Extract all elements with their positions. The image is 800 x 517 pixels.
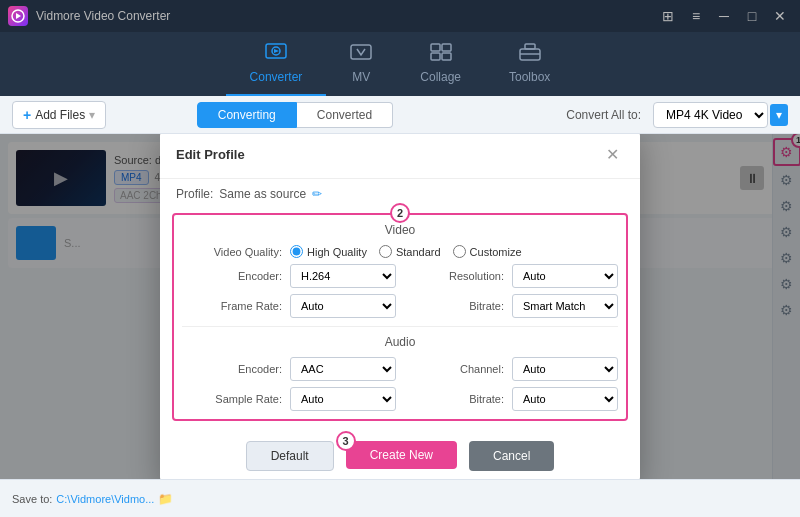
audio-encoder-label: Encoder: xyxy=(182,363,282,375)
quality-standard-text: Standard xyxy=(396,246,441,258)
add-files-label: Add Files xyxy=(35,108,85,122)
app-logo xyxy=(8,6,28,26)
default-btn[interactable]: Default xyxy=(246,441,334,471)
close-btn[interactable]: ✕ xyxy=(768,6,792,26)
video-bitrate-label: Bitrate: xyxy=(404,300,504,312)
modal-content-box: Video Video Quality: High Quality Stand xyxy=(172,213,628,421)
svg-marker-4 xyxy=(274,49,279,53)
encoder-label: Encoder: xyxy=(182,270,282,282)
modal-footer: Default 3 Create New Cancel xyxy=(160,433,640,479)
change-path-btn[interactable]: 📁 xyxy=(158,492,173,506)
grid-icon-btn[interactable]: ⊞ xyxy=(656,6,680,26)
svg-marker-1 xyxy=(16,13,21,19)
profile-value: Same as source xyxy=(219,187,306,201)
resolution-label: Resolution: xyxy=(404,270,504,282)
app-title: Vidmore Video Converter xyxy=(36,9,656,23)
frame-rate-select[interactable]: Auto xyxy=(290,294,396,318)
encoder-select[interactable]: H.264 xyxy=(290,264,396,288)
quality-radio-group: High Quality Standard Customize xyxy=(290,245,618,258)
plus-icon: + xyxy=(23,107,31,123)
cancel-btn[interactable]: Cancel xyxy=(469,441,554,471)
audio-form-grid: Encoder: AAC Channel: Auto Sample Rate: … xyxy=(182,357,618,411)
add-files-button[interactable]: + Add Files ▾ xyxy=(12,101,106,129)
minimize-btn[interactable]: ─ xyxy=(712,6,736,26)
convert-all-label: Convert All to: xyxy=(566,108,641,122)
video-quality-label: Video Quality: xyxy=(182,246,282,258)
nav-mv-label: MV xyxy=(352,70,370,84)
quality-standard-label[interactable]: Standard xyxy=(379,245,441,258)
step-2-badge: 2 xyxy=(390,203,410,223)
nav-collage-label: Collage xyxy=(420,70,461,84)
toolbox-icon xyxy=(519,43,541,66)
svg-rect-6 xyxy=(431,44,440,51)
content-box-wrap: 2 Video Video Quality: High Quality xyxy=(160,213,640,421)
main-area: ▶ Source: day in m...ds ●.mp4 ℹ MP4 406×… xyxy=(0,134,800,479)
quality-high-radio[interactable] xyxy=(290,245,303,258)
tab-converting[interactable]: Converting xyxy=(197,102,297,128)
quality-high-text: High Quality xyxy=(307,246,367,258)
create-new-wrapper: 3 Create New xyxy=(346,441,457,471)
svg-rect-8 xyxy=(431,53,440,60)
collage-icon xyxy=(430,43,452,66)
step-3-badge: 3 xyxy=(336,431,356,451)
video-bitrate-select[interactable]: Smart Match xyxy=(512,294,618,318)
save-path: C:\Vidmore\Vidmo... xyxy=(56,493,154,505)
mv-icon xyxy=(350,43,372,66)
channel-label: Channel: xyxy=(404,363,504,375)
quality-customize-radio[interactable] xyxy=(453,245,466,258)
create-new-btn[interactable]: Create New xyxy=(346,441,457,469)
convert-all-select[interactable]: MP4 4K Video xyxy=(653,102,768,128)
video-section-label: Video xyxy=(182,223,618,237)
frame-rate-label: Frame Rate: xyxy=(182,300,282,312)
modal-header: Edit Profile ✕ xyxy=(160,134,640,179)
section-separator xyxy=(182,326,618,327)
audio-bitrate-label: Bitrate: xyxy=(404,393,504,405)
quality-standard-radio[interactable] xyxy=(379,245,392,258)
nav-converter-label: Converter xyxy=(250,70,303,84)
profile-label: Profile: xyxy=(176,187,213,201)
video-form-grid: Video Quality: High Quality Standard xyxy=(182,245,618,318)
quality-customize-text: Customize xyxy=(470,246,522,258)
converter-icon xyxy=(265,43,287,66)
quality-high-label[interactable]: High Quality xyxy=(290,245,367,258)
modal-title: Edit Profile xyxy=(176,147,245,162)
quality-customize-label[interactable]: Customize xyxy=(453,245,522,258)
audio-section-label: Audio xyxy=(182,335,618,349)
maximize-btn[interactable]: □ xyxy=(740,6,764,26)
channel-select[interactable]: Auto xyxy=(512,357,618,381)
nav-bar: Converter MV Collage Toolbox xyxy=(0,32,800,96)
nav-item-toolbox[interactable]: Toolbox xyxy=(485,35,574,96)
tab-converted[interactable]: Converted xyxy=(297,102,393,128)
svg-rect-9 xyxy=(442,53,451,60)
nav-item-collage[interactable]: Collage xyxy=(396,35,485,96)
audio-bitrate-select[interactable]: Auto xyxy=(512,387,618,411)
bottom-bar: Save to: C:\Vidmore\Vidmo... 📁 xyxy=(0,479,800,517)
toolbar: + Add Files ▾ Converting Converted Conve… xyxy=(0,96,800,134)
nav-item-converter[interactable]: Converter xyxy=(226,35,327,96)
tab-group: Converting Converted xyxy=(197,102,393,128)
add-files-dropdown-icon: ▾ xyxy=(89,108,95,122)
sample-rate-select[interactable]: Auto xyxy=(290,387,396,411)
nav-toolbox-label: Toolbox xyxy=(509,70,550,84)
nav-item-mv[interactable]: MV xyxy=(326,35,396,96)
save-to-label: Save to: xyxy=(12,493,52,505)
resolution-select[interactable]: Auto xyxy=(512,264,618,288)
edit-profile-modal: Edit Profile ✕ Profile: Same as source ✏… xyxy=(160,134,640,479)
modal-close-btn[interactable]: ✕ xyxy=(600,142,624,166)
audio-encoder-select[interactable]: AAC xyxy=(290,357,396,381)
svg-rect-7 xyxy=(442,44,451,51)
window-controls: ⊞ ≡ ─ □ ✕ xyxy=(656,6,792,26)
profile-edit-icon[interactable]: ✏ xyxy=(312,187,322,201)
menu-btn[interactable]: ≡ xyxy=(684,6,708,26)
sample-rate-label: Sample Rate: xyxy=(182,393,282,405)
title-bar: Vidmore Video Converter ⊞ ≡ ─ □ ✕ xyxy=(0,0,800,32)
svg-rect-5 xyxy=(351,45,371,59)
modal-overlay: Edit Profile ✕ Profile: Same as source ✏… xyxy=(0,134,800,479)
convert-all-dropdown-btn[interactable]: ▾ xyxy=(770,104,788,126)
